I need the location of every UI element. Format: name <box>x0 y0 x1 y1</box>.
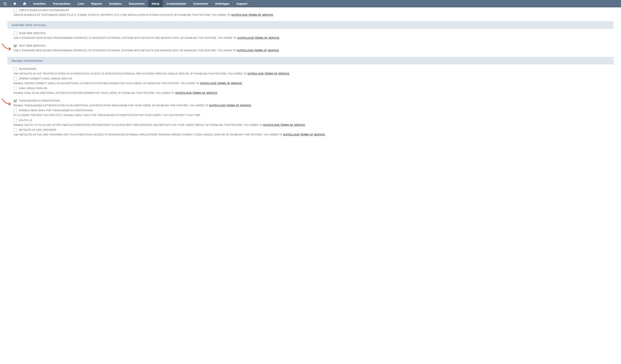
nav-documents[interactable]: Documents <box>125 0 148 7</box>
tos-link[interactable]: SUITECLOUD TERMS OF SERVICE <box>247 72 289 75</box>
checkbox-saml[interactable] <box>14 87 17 90</box>
feature-rest: REST WEB SERVICES USE A STANDARD REST-BA… <box>7 44 614 52</box>
nav-transactions[interactable]: Transactions <box>49 0 74 7</box>
checkbox-oidc-sso[interactable] <box>14 77 17 80</box>
checkbox-rest[interactable] <box>14 44 17 48</box>
desc-oidc-provider: USE NETSUITE AS THE OIDC PROVIDER (OP) T… <box>14 133 614 137</box>
feature-soap: SOAP WEB SERVICES USE A STANDARD SOAP-BA… <box>7 32 614 40</box>
tos-link[interactable]: SUITECLOUD TERMS OF SERVICE <box>283 133 325 136</box>
label-rest: REST WEB SERVICES <box>19 44 46 47</box>
nav-setup[interactable]: Setup <box>148 0 163 7</box>
checkbox-hmac[interactable] <box>14 109 17 112</box>
label-oidc-provider: NETSUITE AS OIDC PROVIDER <box>19 129 56 132</box>
checkbox-oidc-provider[interactable] <box>14 128 17 132</box>
feature-hmac: DISABLE HMAC-SHA1 FOR TOKEN-BASED AUTHEN… <box>7 109 614 117</box>
nav-suiteapps[interactable]: SuiteApps <box>211 0 233 7</box>
tos-link[interactable]: SUITECLOUD TERMS OF SERVICE <box>209 104 251 107</box>
checkbox-create-bundles[interactable] <box>14 9 17 12</box>
feature-saml: SAML SINGLE SIGN-ON ENABLE SAML AS AN AD… <box>7 87 614 95</box>
tos-link[interactable]: SUITECLOUD TERMS OF SERVICE <box>237 36 279 39</box>
feature-oauth2: OAUTH 2.0 ENABLE OAUTH 2.0 TO ALLOW (AFT… <box>7 119 614 127</box>
label-suitesignon: SUITESIGNON <box>19 67 36 70</box>
section-manage-auth: Manage Authentication <box>7 57 614 65</box>
section-suitetalk: SuiteTalk (Web Services) <box>7 21 614 29</box>
label-hmac: DISABLE HMAC-SHA1 FOR TOKEN-BASED AUTHEN… <box>19 109 93 112</box>
label-create-bundles: CREATE BUNDLES WITH SUITEBUNDLER <box>19 9 69 12</box>
feature-oidc-sso: OPENID CONNECT (OIDC) SINGLE SIGN-ON ENA… <box>7 77 614 85</box>
label-tba: TOKEN-BASED AUTHENTICATION <box>19 99 60 102</box>
label-soap: SOAP WEB SERVICES <box>19 32 46 35</box>
feature-create-bundles: CREATE BUNDLES WITH SUITEBUNDLER CREATE … <box>7 9 614 17</box>
tos-link[interactable]: SUITECLOUD TERMS OF SERVICE <box>231 14 273 17</box>
feature-suitesignon: SUITESIGNON USE NETSUITE AS THE TRUSTED … <box>7 67 614 76</box>
checkbox-soap[interactable] <box>14 32 17 35</box>
desc-tba: ENABLE TOKEN-BASED AUTHENTICATION AS AN … <box>14 104 614 108</box>
checkbox-suitesignon[interactable] <box>14 67 17 71</box>
home-icon[interactable] <box>20 0 30 7</box>
desc-rest: USE A STANDARD REST-BASED PROGRAMMING IN… <box>14 49 614 52</box>
desc-soap: USE A STANDARD SOAP-BASED PROGRAMMING IN… <box>14 36 614 40</box>
desc-oauth2: ENABLE OAUTH 2.0 TO ALLOW (AFTER USER AU… <box>14 123 614 127</box>
tos-link[interactable]: SUITECLOUD TERMS OF SERVICE <box>263 124 305 127</box>
star-icon[interactable] <box>10 0 20 7</box>
label-saml: SAML SINGLE SIGN-ON <box>19 87 47 90</box>
feature-oidc-provider: NETSUITE AS OIDC PROVIDER USE NETSUITE A… <box>7 128 614 137</box>
desc-hmac: BY CLICKING THIS BOX YOU EXPLICITLY DISA… <box>14 113 614 117</box>
label-oidc-sso: OPENID CONNECT (OIDC) SINGLE SIGN-ON <box>19 77 72 80</box>
nav-lists[interactable]: Lists <box>74 0 88 7</box>
nav-reports[interactable]: Reports <box>88 0 105 7</box>
tos-link[interactable]: SUITECLOUD TERMS OF SERVICE <box>175 92 217 94</box>
nav-commerce[interactable]: Commerce <box>190 0 211 7</box>
arrow-annotation-icon <box>1 43 14 53</box>
feature-tba: TOKEN-BASED AUTHENTICATION ENABLE TOKEN-… <box>7 99 614 108</box>
nav-activities[interactable]: Activities <box>30 0 49 7</box>
checkbox-tba[interactable] <box>14 99 17 102</box>
top-navbar: Activities Transactions Lists Reports An… <box>0 0 621 7</box>
arrow-annotation-icon <box>1 98 14 108</box>
desc-saml: ENABLE SAML AS AN ADDITIONAL AUTHENTICAT… <box>14 91 614 95</box>
tos-link[interactable]: SUITECLOUD TERMS OF SERVICE <box>237 49 279 52</box>
label-oauth2: OAUTH 2.0 <box>19 119 32 122</box>
desc-suitesignon: USE NETSUITE AS THE TRUSTED SYSTEM TO AU… <box>14 72 614 76</box>
checkbox-oauth2[interactable] <box>14 119 17 122</box>
nav-customization[interactable]: Customization <box>163 0 190 7</box>
history-icon[interactable] <box>0 0 10 7</box>
desc-oidc-sso: ENABLE OPENID CONNECT (OIDC) AS AN ADDIT… <box>14 82 614 85</box>
desc-create-bundles: CREATE BUNDLES OF CUSTOMIZED OBJECTS (E.… <box>14 13 614 17</box>
tos-link[interactable]: SUITECLOUD TERMS OF SERVICE <box>200 82 242 85</box>
nav-support[interactable]: Support <box>233 0 251 7</box>
nav-analytics[interactable]: Analytics <box>105 0 125 7</box>
page-content: CREATE BUNDLES WITH SUITEBUNDLER CREATE … <box>0 9 621 142</box>
